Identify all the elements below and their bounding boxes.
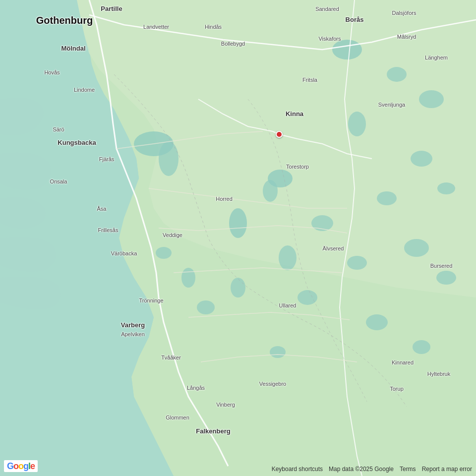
svg-point-8: [419, 90, 444, 108]
svg-point-11: [377, 191, 397, 205]
svg-point-20: [413, 340, 430, 354]
svg-point-12: [437, 182, 455, 194]
svg-point-22: [231, 278, 245, 298]
svg-point-14: [347, 256, 367, 270]
terms-link[interactable]: Terms: [400, 466, 416, 473]
svg-point-17: [279, 245, 297, 270]
svg-point-18: [298, 290, 317, 305]
svg-point-2: [159, 141, 178, 176]
location-marker[interactable]: [276, 131, 283, 138]
bottom-bar: Keyboard shortcuts Map data ©2025 Google…: [0, 462, 476, 476]
svg-point-9: [348, 112, 366, 136]
svg-point-3: [229, 208, 247, 238]
map-container[interactable]: GothenburgPartilleLandvetterHindåsBolleb…: [0, 0, 476, 476]
svg-point-15: [404, 239, 429, 257]
svg-point-6: [332, 40, 362, 60]
svg-point-10: [411, 151, 432, 167]
svg-point-24: [181, 268, 195, 288]
svg-point-16: [436, 271, 456, 285]
map-background: [0, 0, 476, 476]
svg-point-21: [270, 346, 286, 358]
svg-point-25: [156, 247, 172, 259]
svg-point-7: [387, 67, 407, 82]
keyboard-shortcuts-link[interactable]: Keyboard shortcuts: [272, 466, 323, 473]
map-data-label: Map data ©2025 Google: [329, 466, 394, 473]
svg-point-23: [197, 300, 215, 314]
report-link[interactable]: Report a map error: [422, 466, 472, 473]
svg-point-19: [366, 314, 388, 330]
svg-point-5: [263, 180, 278, 202]
